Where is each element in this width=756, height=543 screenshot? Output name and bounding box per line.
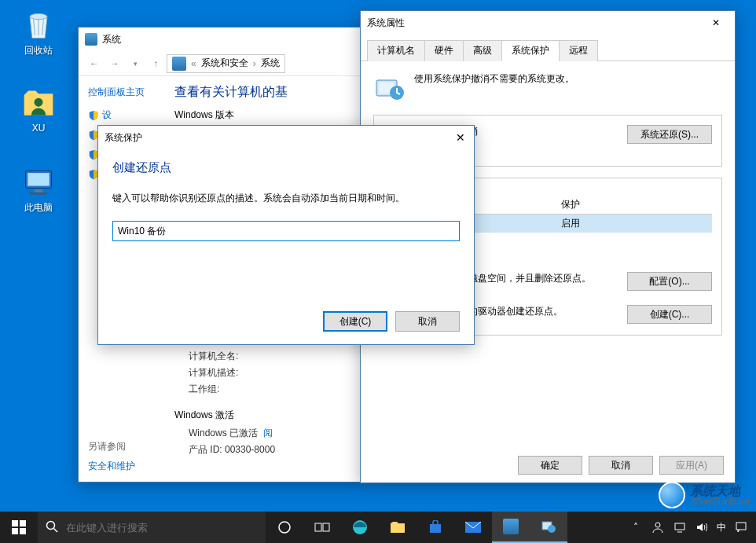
create-confirm-button[interactable]: 创建(C) (323, 311, 387, 332)
recent-dropdown[interactable]: ▾ (126, 54, 145, 73)
titlebar[interactable]: 系统属性 ✕ (361, 11, 735, 35)
tray-overflow-button[interactable]: ˄ (629, 520, 643, 534)
edge-button[interactable] (341, 512, 379, 543)
cancel-button[interactable]: 取消 (589, 456, 653, 475)
search-input[interactable] (66, 522, 258, 534)
product-id: 产品 ID: 00330-8000 (189, 443, 350, 457)
control-panel-icon (85, 33, 97, 46)
create-button[interactable]: 创建(C)... (627, 305, 712, 324)
close-button[interactable]: ✕ (698, 12, 733, 34)
dialog-footer: 确定 取消 应用(A) (518, 456, 724, 475)
system-properties-task-button[interactable] (530, 512, 567, 543)
recycle-bin-icon[interactable]: 回收站 (11, 8, 66, 57)
restore-task-icon (541, 519, 556, 534)
configure-button[interactable]: 配置(O)... (627, 272, 712, 291)
svg-rect-16 (315, 523, 321, 531)
nav-toolbar: ← → ▾ ↑ « 系统和安全 › 系统 (79, 51, 360, 76)
ok-button[interactable]: 确定 (518, 456, 582, 475)
control-panel-task-button[interactable] (492, 512, 530, 543)
action-center-icon[interactable] (734, 520, 748, 534)
tabstrip: 计算机名 硬件 高级 系统保护 远程 (361, 35, 735, 61)
trash-icon (21, 8, 56, 42)
up-button[interactable]: ↑ (146, 54, 165, 73)
table-header: 保护 (556, 196, 712, 215)
svg-rect-9 (12, 520, 18, 526)
watermark: 系统天地 XiTongTianDi.net (659, 482, 750, 508)
mail-button[interactable] (454, 512, 492, 543)
tab-advanced[interactable]: 高级 (463, 40, 502, 61)
globe-icon (659, 482, 685, 508)
window-title: 系统属性 (367, 17, 698, 30)
system-restore-button[interactable]: 系统还原(S)... (627, 125, 712, 144)
search-box[interactable] (38, 512, 266, 543)
activation-read-link[interactable]: 阅 (263, 427, 273, 438)
this-pc-icon[interactable]: 此电脑 (11, 165, 66, 215)
explorer-button[interactable] (379, 512, 417, 543)
forward-button[interactable]: → (105, 54, 124, 73)
tab-hardware[interactable]: 硬件 (424, 40, 464, 61)
workgroup: 工作组: (189, 383, 350, 396)
control-panel-home-link[interactable]: 控制面板主页 (88, 86, 159, 99)
svg-rect-10 (20, 520, 26, 526)
breadcrumb-seg[interactable]: 系统和安全 (201, 57, 248, 70)
control-panel-icon (172, 57, 186, 71)
address-bar[interactable]: « 系统和安全 › 系统 (167, 54, 285, 73)
svg-rect-26 (736, 523, 746, 530)
network-icon[interactable] (673, 520, 687, 534)
control-panel-icon (503, 519, 519, 534)
titlebar[interactable]: 系统保护 ✕ (98, 126, 474, 149)
search-icon (46, 520, 58, 535)
watermark-en: XiTongTianDi.net (690, 497, 750, 506)
tab-remote[interactable]: 远程 (559, 40, 598, 61)
restore-icon (373, 72, 405, 104)
apply-button[interactable]: 应用(A) (659, 456, 724, 475)
svg-rect-4 (35, 189, 43, 193)
svg-rect-17 (323, 523, 329, 531)
svg-rect-24 (675, 523, 684, 530)
full-computer-name: 计算机全名: (189, 350, 350, 363)
store-button[interactable] (417, 512, 454, 543)
sidebar-item[interactable]: 设 (88, 108, 159, 122)
svg-point-23 (655, 523, 660, 527)
svg-rect-11 (12, 528, 18, 534)
titlebar[interactable]: 系统 (79, 28, 360, 51)
activation-header: Windows 激活 (174, 409, 350, 422)
security-maintenance-link[interactable]: 安全和维护 (88, 460, 159, 473)
user-folder-icon[interactable]: XU (11, 86, 66, 134)
svg-rect-19 (430, 524, 441, 533)
breadcrumb-seg[interactable]: 系统 (261, 57, 280, 70)
task-view-button[interactable] (303, 512, 341, 543)
svg-rect-3 (28, 173, 50, 186)
window-title: 系统保护 (105, 131, 449, 145)
volume-icon[interactable] (695, 520, 709, 534)
shield-icon (88, 110, 99, 121)
computer-icon (21, 165, 56, 200)
cortana-button[interactable] (266, 512, 303, 543)
svg-point-15 (279, 522, 290, 533)
folder-user-icon (21, 86, 56, 121)
activation-state: Windows 已激活 阅 (189, 427, 350, 440)
system-tray: ˄ 中 (621, 520, 756, 534)
desktop-icon-label: 此电脑 (11, 201, 66, 215)
windows-icon (12, 520, 26, 534)
taskbar: ˄ 中 (0, 512, 756, 543)
tab-computer-name[interactable]: 计算机名 (367, 40, 425, 61)
desktop-icon-label: 回收站 (11, 44, 66, 57)
start-button[interactable] (0, 512, 38, 543)
cancel-button[interactable]: 取消 (395, 311, 460, 332)
svg-rect-12 (20, 528, 26, 534)
ime-indicator[interactable]: 中 (717, 521, 726, 534)
back-button[interactable]: ← (85, 54, 104, 73)
close-button[interactable]: ✕ (449, 127, 472, 149)
svg-point-22 (548, 525, 556, 533)
computer-description: 计算机描述: (189, 366, 350, 380)
restore-point-name-input[interactable] (112, 221, 460, 241)
svg-rect-5 (30, 193, 47, 195)
create-restore-point-dialog: 系统保护 ✕ 创建还原点 键入可以帮助你识别还原点的描述。系统会自动添加当前日期… (97, 125, 475, 345)
tab-system-protection[interactable]: 系统保护 (501, 40, 560, 61)
svg-line-14 (54, 528, 58, 532)
people-icon[interactable] (651, 520, 665, 534)
page-heading: 查看有关计算机的基 (174, 84, 350, 101)
svg-point-13 (47, 521, 55, 529)
see-also-header: 另请参阅 (88, 440, 159, 453)
